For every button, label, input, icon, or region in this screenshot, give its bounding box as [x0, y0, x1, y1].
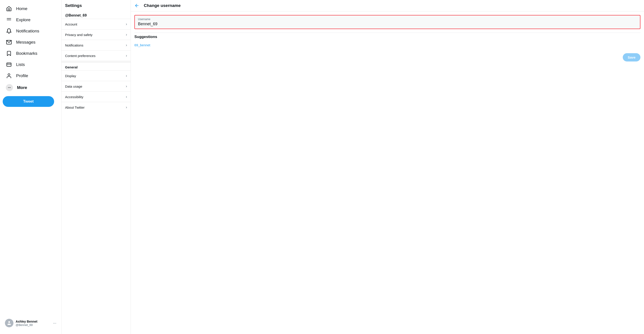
username-value[interactable]: Bennet_69 — [138, 22, 637, 26]
svg-point-6 — [8, 321, 10, 323]
sidebar-item-explore-label: Explore — [16, 18, 30, 22]
sidebar-item-lists-label: Lists — [16, 62, 25, 67]
settings-item-about[interactable]: About Twitter › — [62, 102, 130, 112]
sidebar-item-explore[interactable]: Explore — [3, 15, 58, 25]
notifications-icon — [6, 28, 12, 34]
settings-item-privacy[interactable]: Privacy and safety › — [62, 29, 130, 40]
footer-text: Ashley Bennet @Bennet_69 — [16, 320, 51, 326]
settings-item-content[interactable]: Content preferences › — [62, 50, 130, 61]
sidebar: Home Explore Notifications Messages — [0, 0, 62, 334]
sidebar-item-more-label: More — [17, 85, 27, 90]
settings-item-content-label: Content preferences — [65, 54, 96, 58]
section-divider — [62, 61, 130, 62]
chevron-right-icon: › — [126, 43, 127, 47]
settings-user-handle: @Bennet_69 — [62, 11, 130, 19]
settings-item-notifications[interactable]: Notifications › — [62, 40, 130, 50]
panel-header: Change username — [131, 0, 644, 12]
settings-item-accessibility[interactable]: Accessibility › — [62, 92, 130, 102]
sidebar-item-notifications-label: Notifications — [16, 28, 39, 34]
settings-title: Settings — [62, 0, 130, 11]
messages-icon — [6, 39, 12, 45]
sidebar-item-home[interactable]: Home — [3, 4, 58, 14]
sidebar-item-messages-label: Messages — [16, 40, 36, 45]
explore-icon — [6, 17, 12, 23]
chevron-right-icon: › — [126, 54, 127, 58]
settings-item-account-label: Account — [65, 22, 77, 26]
tweet-button[interactable]: Tweet — [3, 96, 54, 107]
username-label: Username — [138, 18, 637, 21]
chevron-right-icon: › — [126, 105, 127, 109]
chevron-right-icon: › — [126, 74, 127, 78]
settings-item-privacy-label: Privacy and safety — [65, 33, 92, 37]
suggestions-section: Suggestions 69_bennet — [131, 33, 644, 48]
profile-icon — [6, 73, 12, 79]
general-section-header: General — [62, 62, 130, 70]
sidebar-item-messages[interactable]: Messages — [3, 37, 58, 48]
suggestion-item[interactable]: 69_bennet — [134, 42, 640, 48]
sidebar-item-bookmarks-label: Bookmarks — [16, 51, 37, 56]
sidebar-item-bookmarks[interactable]: Bookmarks — [3, 48, 58, 58]
save-button[interactable]: Save — [623, 53, 640, 62]
back-button[interactable] — [134, 3, 139, 8]
avatar — [5, 319, 14, 327]
more-icon: ··· — [6, 84, 13, 91]
chevron-right-icon: › — [126, 95, 127, 99]
sidebar-item-lists[interactable]: Lists — [3, 60, 58, 70]
panel-title: Change username — [144, 3, 181, 8]
settings-item-account[interactable]: Account › — [62, 19, 130, 29]
suggestions-title: Suggestions — [134, 33, 640, 39]
sidebar-item-profile-label: Profile — [16, 73, 28, 78]
username-input-box[interactable]: Username Bennet_69 — [134, 15, 640, 29]
footer-name: Ashley Bennet — [16, 320, 51, 323]
sidebar-item-notifications[interactable]: Notifications — [3, 26, 58, 36]
sidebar-item-profile[interactable]: Profile — [3, 71, 58, 81]
save-section: Save — [131, 50, 644, 65]
settings-item-about-label: About Twitter — [65, 106, 84, 109]
svg-point-5 — [8, 74, 10, 76]
home-icon — [6, 6, 12, 12]
sidebar-footer[interactable]: Ashley Bennet @Bennet_69 ··· — [3, 316, 58, 330]
footer-dots-icon: ··· — [53, 321, 56, 326]
sidebar-nav: Home Explore Notifications Messages — [3, 4, 58, 94]
sidebar-item-home-label: Home — [16, 6, 28, 11]
footer-handle: @Bennet_69 — [16, 323, 51, 326]
settings-item-display[interactable]: Display › — [62, 70, 130, 81]
bookmarks-icon — [6, 50, 12, 56]
chevron-right-icon: › — [126, 33, 127, 37]
settings-item-display-label: Display — [65, 74, 76, 78]
svg-rect-3 — [7, 63, 11, 66]
settings-item-accessibility-label: Accessibility — [65, 95, 84, 99]
sidebar-item-more[interactable]: ··· More — [3, 82, 58, 94]
chevron-right-icon: › — [126, 22, 127, 26]
lists-icon — [6, 62, 12, 68]
settings-item-data-usage[interactable]: Data usage › — [62, 81, 130, 92]
settings-panel: Settings @Bennet_69 Account › Privacy an… — [62, 0, 131, 334]
chevron-right-icon: › — [126, 84, 127, 88]
settings-item-data-usage-label: Data usage — [65, 84, 82, 88]
settings-item-notifications-label: Notifications — [65, 43, 84, 47]
change-username-panel: Change username Username Bennet_69 Sugge… — [131, 0, 644, 334]
